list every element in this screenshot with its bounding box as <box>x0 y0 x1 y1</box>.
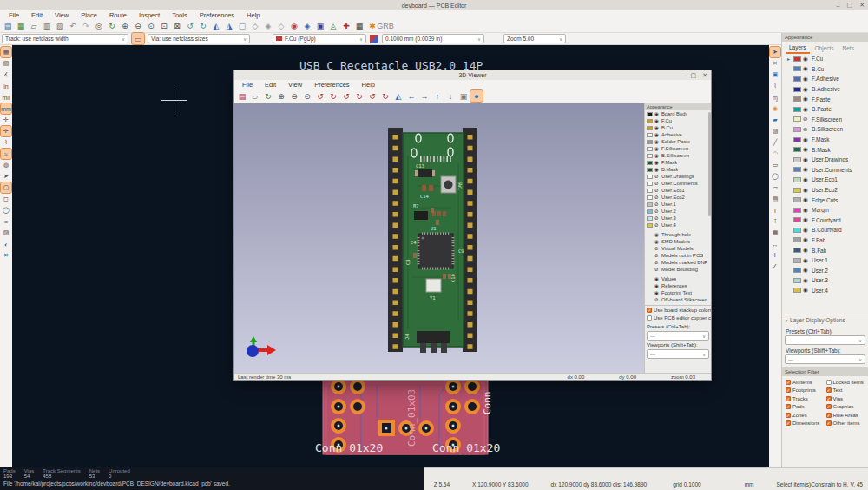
menu-item[interactable]: Preferences <box>194 11 240 19</box>
visibility-eye-icon[interactable]: ⊘ <box>654 260 660 265</box>
layer-row[interactable]: ⊘ User.2 <box>645 208 711 215</box>
layer-row[interactable]: ◉ B.Adhesive <box>782 84 868 95</box>
toolbar-icon[interactable]: mil <box>1 92 11 103</box>
toolbar-icon[interactable]: ◭ <box>392 90 404 102</box>
toolbar-icon[interactable]: ◉ <box>770 103 780 114</box>
filter-checkbox-row[interactable]: Text <box>826 387 867 394</box>
model-row[interactable]: ⊘ Model Bounding <box>645 266 711 273</box>
visibility-eye-icon[interactable]: ⊘ <box>803 116 810 122</box>
toolbar-icon[interactable]: ✛ <box>1 115 11 125</box>
menu-item[interactable]: View <box>49 11 75 19</box>
visibility-eye-icon[interactable]: ⊘ <box>654 297 660 302</box>
text-row[interactable]: ◉ Footprint Text <box>645 289 711 296</box>
layer-row[interactable]: ◉ F.Fab <box>782 235 868 246</box>
visibility-eye-icon[interactable]: ◉ <box>803 207 810 214</box>
via-size-select[interactable]: Via: use netclass sizes∨ <box>148 34 250 43</box>
model-row[interactable]: ◉ SMD Models <box>645 238 711 245</box>
toolbar-icon[interactable]: ◉ <box>288 21 300 32</box>
visibility-eye-icon[interactable]: ⊘ <box>654 253 660 258</box>
visibility-eye-icon[interactable]: ◉ <box>803 146 810 153</box>
layer-row[interactable]: ◉ User.4 <box>782 286 868 296</box>
visibility-eye-icon[interactable]: ⊘ <box>654 174 660 179</box>
model-row[interactable]: ⊘ Virtual Models <box>645 245 711 252</box>
checkbox[interactable] <box>826 404 832 409</box>
layer-row[interactable]: ◉ F.Cu <box>645 117 711 124</box>
visibility-eye-icon[interactable]: ◉ <box>803 56 810 63</box>
toolbar-icon[interactable]: = <box>1 216 11 227</box>
visibility-eye-icon[interactable]: ◉ <box>654 132 660 137</box>
tab-nets[interactable]: Nets <box>839 43 858 53</box>
model-row[interactable]: ⊘ Models not in POS <box>645 252 711 259</box>
visibility-eye-icon[interactable]: ◉ <box>654 111 660 116</box>
layer-row[interactable]: ◉ User.3 <box>782 275 868 286</box>
visibility-eye-icon[interactable]: ◉ <box>803 76 810 83</box>
toolbar-icon[interactable]: mm <box>1 103 11 114</box>
toolbar-icon[interactable]: ✛ <box>1 126 11 136</box>
checkbox[interactable] <box>826 413 832 418</box>
toolbar-icon[interactable]: ◭ <box>210 21 222 32</box>
toolbar-icon[interactable]: ✕ <box>1 250 11 261</box>
toolbar-icon[interactable]: ⌇ <box>1 137 11 148</box>
menu-item[interactable]: Help <box>356 81 381 89</box>
visibility-eye-icon[interactable]: ◉ <box>654 167 660 172</box>
checkbox[interactable] <box>826 420 832 426</box>
visibility-eye-icon[interactable]: ◉ <box>654 232 660 237</box>
toolbar-icon[interactable]: ↻ <box>197 21 209 32</box>
toolbar-icon[interactable]: ▱ <box>28 21 40 32</box>
toolbar-icon[interactable]: ⊺ <box>770 216 780 227</box>
filter-checkbox-row[interactable]: Rule Areas <box>826 411 867 419</box>
layer-row[interactable]: ◉ Solder Paste <box>645 138 711 145</box>
visibility-eye-icon[interactable]: ◉ <box>803 136 810 143</box>
toolbar-icon[interactable]: ⊙ <box>145 21 157 32</box>
layer-row[interactable]: ◉ User.Eco1 <box>782 175 868 185</box>
visibility-eye-icon[interactable]: ⊘ <box>654 188 660 193</box>
layer-row[interactable]: ⊘ User.Drawings <box>645 173 711 180</box>
visibility-eye-icon[interactable]: ◉ <box>803 187 810 194</box>
track-width-select[interactable]: Track: use netclass width∨ <box>2 34 128 43</box>
checkbox[interactable] <box>647 315 652 321</box>
layer-display-options[interactable]: ▸ Layer Display Options <box>782 315 868 326</box>
toolbar-icon[interactable]: ↷ <box>80 21 92 32</box>
toolbar-icon[interactable]: ╱ <box>770 137 780 148</box>
toolbar-icon[interactable]: ◯ <box>770 171 780 182</box>
layer-row[interactable]: ◉ F.Courtyard <box>782 215 868 226</box>
toolbar-icon[interactable]: ⊖ <box>132 21 144 32</box>
viewports-select[interactable]: --- ∨ <box>785 354 865 364</box>
text-row[interactable]: ◉ References <box>645 282 711 289</box>
toolbar-icon[interactable]: in <box>1 81 11 91</box>
visibility-eye-icon[interactable]: ◉ <box>803 65 810 72</box>
toolbar-icon[interactable]: ◇ <box>249 21 261 32</box>
visibility-eye-icon[interactable]: ◉ <box>803 156 810 163</box>
layer-row[interactable]: ◉ User.Eco2 <box>782 185 868 195</box>
visibility-eye-icon[interactable]: ◉ <box>654 146 660 151</box>
layer-row[interactable]: ⊘ User.Eco2 <box>645 194 711 201</box>
filter-checkbox-row[interactable]: Footprints <box>786 387 826 394</box>
toolbar-icon[interactable]: ◯ <box>1 205 11 215</box>
visibility-eye-icon[interactable]: ⊘ <box>654 209 660 214</box>
filter-checkbox-row[interactable]: Zones <box>786 411 826 419</box>
visibility-eye-icon[interactable]: ⊘ <box>654 222 660 228</box>
visibility-eye-icon[interactable]: ⊘ <box>803 126 810 133</box>
toolbar-icon[interactable]: ▱ <box>249 90 261 102</box>
menu-item[interactable]: Inspect <box>133 11 166 19</box>
toolbar-icon[interactable]: ◬ <box>327 21 339 32</box>
visibility-eye-icon[interactable]: ◉ <box>654 239 660 244</box>
filter-checkbox-row[interactable]: Graphics <box>826 403 867 411</box>
toolbar-icon[interactable]: ɱ <box>770 92 780 103</box>
menu-item[interactable]: File <box>236 81 259 89</box>
visibility-eye-icon[interactable]: ◉ <box>803 287 810 294</box>
tab-layers[interactable]: Layers <box>786 43 810 54</box>
toolbar-icon[interactable]: ↶ <box>67 21 79 32</box>
toolbar-icon[interactable]: ⊕ <box>119 21 131 32</box>
visibility-eye-icon[interactable]: ◉ <box>803 166 810 173</box>
menu-item[interactable]: Edit <box>259 81 282 89</box>
visibility-eye-icon[interactable]: ⊘ <box>654 267 660 272</box>
toolbar-icon[interactable]: ⊕ <box>275 90 287 102</box>
checkbox[interactable] <box>786 387 791 393</box>
layer-row[interactable]: ⊘ User.Eco1 <box>645 187 711 194</box>
checkbox-row[interactable]: Use PCB editor copper colo <box>645 314 711 321</box>
layer-row[interactable]: ▸ ◉ F.Cu <box>782 54 868 64</box>
toolbar-icon[interactable]: ▥ <box>41 21 53 32</box>
toolbar-icon[interactable]: ↻ <box>106 21 118 32</box>
grid-select[interactable]: 0.1000 mm (0.0039 in)∨ <box>382 34 484 43</box>
